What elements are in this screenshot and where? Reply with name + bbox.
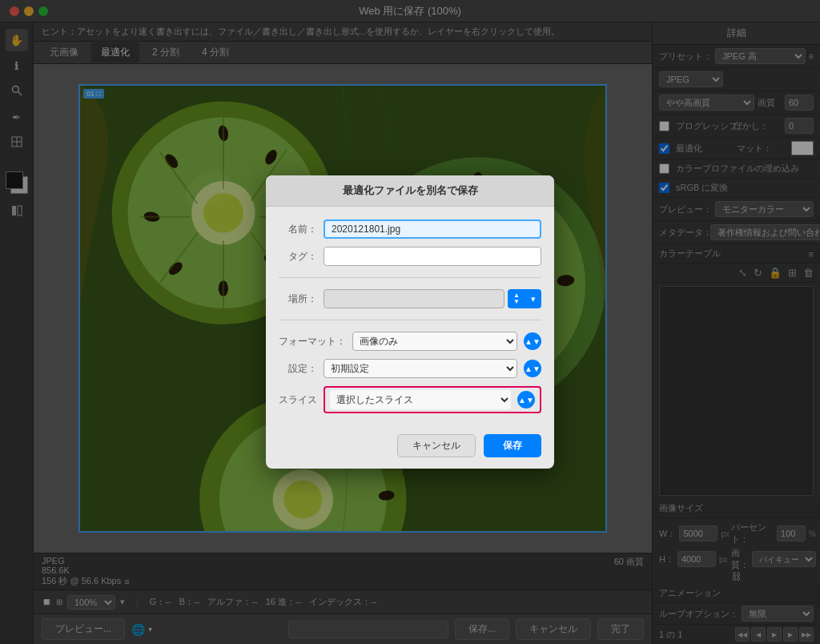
modal-overlay: 最適化ファイルを別名で保存 名前： タグ： 場所： ▲ xyxy=(0,0,820,644)
dialog-buttons: キャンセル 保存 xyxy=(266,426,554,469)
slice-arrow[interactable]: ▲▼ xyxy=(517,391,535,409)
settings-arrow[interactable]: ▲▼ xyxy=(524,360,541,377)
dialog-cancel-button[interactable]: キャンセル xyxy=(397,434,476,457)
location-stepper[interactable]: ▲ ▼ xyxy=(508,289,525,308)
dialog-body: 名前： タグ： 場所： ▲ ▼ ▾ xyxy=(266,207,554,426)
settings-label: 設定： xyxy=(279,362,317,376)
location-input[interactable] xyxy=(324,289,504,308)
location-label: 場所： xyxy=(279,292,317,306)
tag-row: タグ： xyxy=(279,247,541,266)
settings-row: 設定： 初期設定 ▲▼ xyxy=(279,359,541,378)
slice-row: スライス 選択したスライス ▲▼ xyxy=(279,386,541,413)
slice-label: スライス xyxy=(279,393,317,407)
slice-select[interactable]: 選択したスライス xyxy=(330,390,511,409)
divider1 xyxy=(279,277,541,278)
location-chevron[interactable]: ▾ xyxy=(525,289,541,308)
format-arrow[interactable]: ▲▼ xyxy=(524,332,541,350)
name-label: 名前： xyxy=(279,223,317,236)
dialog-save-button[interactable]: 保存 xyxy=(484,434,541,457)
tag-input[interactable] xyxy=(324,247,541,266)
location-row: 場所： ▲ ▼ ▾ xyxy=(279,289,541,308)
tag-label: タグ： xyxy=(279,250,317,264)
dialog-title: 最適化ファイルを別名で保存 xyxy=(266,175,554,207)
settings-select[interactable]: 初期設定 xyxy=(324,359,517,378)
divider2 xyxy=(279,320,541,320)
save-dialog: 最適化ファイルを別名で保存 名前： タグ： 場所： ▲ xyxy=(266,175,554,469)
format-label: フォーマット： xyxy=(279,335,346,348)
format-select[interactable]: 画像のみ xyxy=(352,332,517,351)
format-row: フォーマット： 画像のみ ▲▼ xyxy=(279,332,541,351)
name-row: 名前： xyxy=(279,219,541,239)
name-input[interactable] xyxy=(324,219,541,239)
